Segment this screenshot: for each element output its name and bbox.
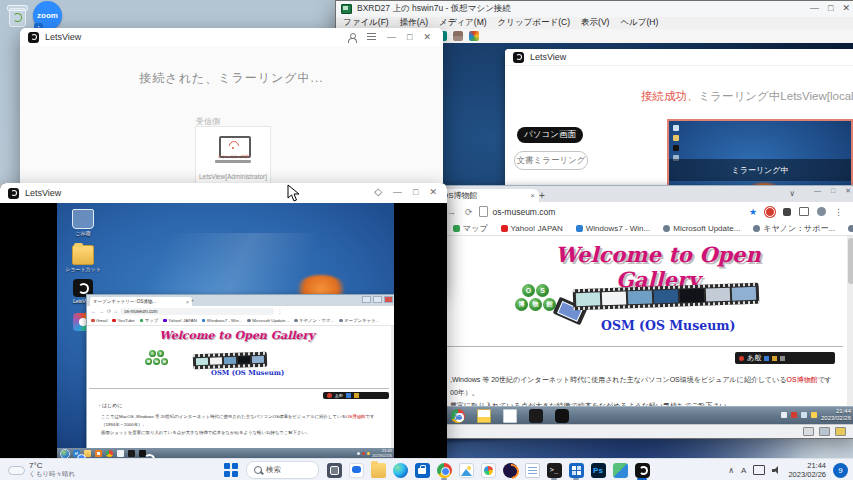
mirrored-address-bar[interactable]: os-museum.com [120,308,274,315]
recycle-bin-icon[interactable] [7,3,27,27]
bookmark-item[interactable]: Gmail [91,318,107,323]
page-scrollbar[interactable] [391,326,394,451]
menu-view[interactable]: 表示(V) [581,17,609,29]
hidden-icons-chevron[interactable]: ∧ [728,466,734,475]
doc-mirroring-button[interactable]: 文書ミラーリング [514,151,588,170]
maximize-icon[interactable]: □ [413,187,418,197]
menu-icon[interactable] [367,33,376,41]
bookmark-item[interactable]: Microsoft Update... [247,318,289,323]
hyperv-button[interactable] [565,459,587,480]
scrollbar-thumb[interactable] [848,238,853,284]
site-info-icon[interactable] [479,206,488,217]
mirrored-active-tab[interactable]: オープンギャラリー::OS博物... × [90,297,192,306]
close-icon[interactable]: ✕ [423,32,431,42]
bookmark-item[interactable]: マップ [140,318,158,323]
mirrored-win7-screen[interactable]: ごみ箱 ショートカット LetsView オープンギャラリー::OS博物... … [57,203,394,458]
vm-taskbar-clock[interactable]: 21:44 2023/02/26 [821,408,851,422]
home-icon[interactable]: ⌂ [114,308,117,314]
start-orb-icon[interactable] [60,449,70,458]
store-button[interactable] [411,459,433,480]
firefox-button[interactable] [499,459,521,480]
minimize-icon[interactable]: — [387,32,396,42]
page-scrollbar[interactable] [847,236,853,408]
forward-icon[interactable]: → [447,207,456,217]
menu-media[interactable]: メディア(M) [439,17,487,29]
close-icon[interactable]: ✕ [845,187,851,195]
photos-button[interactable] [455,459,477,480]
taskbar-clock[interactable]: 21:44 2023/02/26 [788,461,826,479]
address-bar[interactable]: os-museum.com [493,207,556,217]
bookmark-item[interactable]: オープンギャラ... [339,318,379,323]
pictures-button[interactable] [609,459,631,480]
bookmark-item[interactable]: Windows7 - Win... [576,224,650,233]
maximize-icon[interactable]: □ [407,32,412,42]
profile-avatar-icon[interactable] [817,207,826,216]
bookmark-item[interactable]: Microsoft Update... [663,224,740,233]
close-icon[interactable] [384,296,393,303]
status-icon[interactable] [803,427,814,436]
vm-titlebar[interactable]: BXRD27 上の hswin7u - 仮想マシン接続 [336,1,853,17]
notification-badge[interactable]: 9 [833,463,848,478]
maximize-icon[interactable]: □ [831,187,835,195]
photoshop-button[interactable]: Ps [587,459,609,480]
reload-icon[interactable]: ⟳ [465,207,473,217]
mail-icon[interactable] [477,409,491,423]
chrome-button[interactable] [433,459,455,480]
kebab-menu-icon[interactable]: ⋮ [277,308,282,314]
notepad-icon[interactable] [117,450,124,457]
tab-close-icon[interactable]: × [186,299,189,305]
mirror-icon-shortcut-folder[interactable]: ショートカット [61,245,105,272]
back-icon[interactable]: ← [91,308,96,314]
bookmark-item[interactable]: キヤノン・サポ... [294,318,334,323]
file-explorer-button[interactable] [367,459,389,480]
extension-red-icon[interactable] [765,207,775,217]
menu-clipboard[interactable]: クリップボード(C) [498,17,571,29]
tray-icon[interactable] [357,452,360,455]
status-icon[interactable] [819,427,830,436]
ime-mode-indicator[interactable]: A [741,466,746,475]
letsview-icon[interactable] [139,450,146,457]
tray-icon[interactable] [362,452,365,455]
bookmark-item[interactable]: YouTube [112,318,134,323]
tab-search-chevron-icon[interactable]: ∨ [789,189,795,198]
account-icon[interactable] [348,33,356,42]
minimize-icon[interactable]: — [393,187,402,197]
chrome-icon[interactable] [106,450,113,457]
osm-brand-text[interactable]: OSM (OS Museum) [601,318,735,333]
reload-icon[interactable]: ⟳ [107,308,111,314]
bookmark-item[interactable]: オープンギャラリー... [848,223,853,234]
bookmark-item[interactable]: キヤノン：サポー... [753,223,835,234]
mirror-icon-recycle-bin[interactable]: ごみ箱 [61,209,105,236]
tray-icon[interactable] [801,412,807,418]
new-tab-icon[interactable]: + [191,297,194,303]
paint-button[interactable] [477,459,499,480]
tray-icon[interactable] [791,412,797,418]
minimize-icon[interactable]: — [814,187,821,195]
kebab-menu-icon[interactable]: ⋮ [834,207,843,217]
annotate-icon[interactable]: ◇ [374,187,382,197]
side-panel-icon[interactable] [799,207,809,216]
tray-icon[interactable] [811,412,817,418]
minimize-icon[interactable]: — [810,3,819,13]
command-prompt-icon[interactable] [128,450,135,457]
chat-button[interactable] [345,459,367,480]
tray-icon[interactable] [781,412,787,418]
viewer-titlebar[interactable]: LetsView ◇ — □ ✕ [0,183,447,203]
checkpoint-icon[interactable] [453,31,463,41]
command-prompt-icon[interactable] [529,409,543,423]
extensions-puzzle-icon[interactable] [783,208,791,216]
bookmark-item[interactable]: Yahoo! JAPAN [163,318,197,323]
notepad-icon[interactable] [503,409,517,423]
maximize-icon[interactable]: □ [828,3,833,13]
menu-help[interactable]: ヘルプ(H) [620,17,658,29]
status-icon[interactable] [835,427,846,436]
start-button[interactable] [220,459,242,480]
forward-icon[interactable]: → [99,308,104,314]
terminal-button[interactable]: >_ [543,459,565,480]
mirrored-taskbar-clock[interactable]: 21:45 2023/02/26 [372,449,392,458]
bookmark-item[interactable]: Yahoo! JAPAN [501,224,563,233]
media-player-icon[interactable] [95,450,102,457]
notepad-button[interactable] [521,459,543,480]
display-tray-icon[interactable] [753,465,765,475]
vm-letsview-titlebar[interactable]: LetsView [505,49,853,66]
